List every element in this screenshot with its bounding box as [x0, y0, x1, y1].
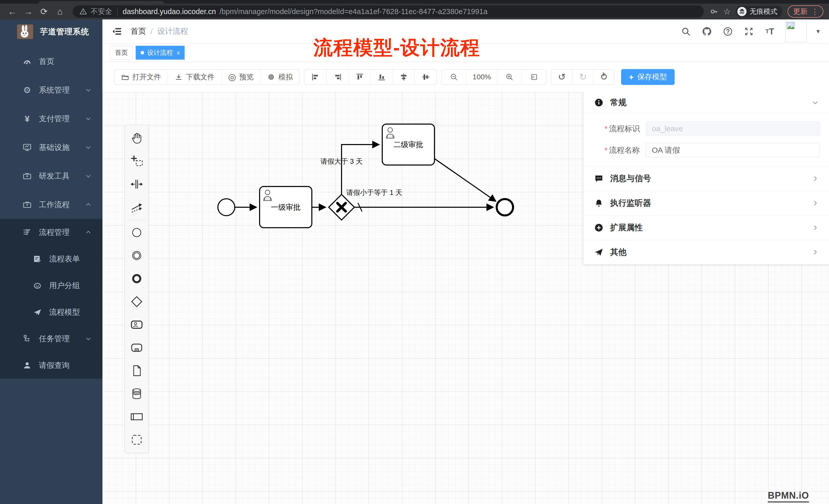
sidebar-item-process-model[interactable]: 流程模型 — [0, 299, 102, 325]
restart-button[interactable]: ⥁ — [593, 70, 614, 84]
sidebar-item-system[interactable]: ⚙ 系统管理 — [0, 76, 102, 104]
chevron-down-icon — [85, 144, 92, 151]
info-icon — [594, 98, 604, 107]
browser-tabstrip — [0, 0, 829, 4]
zoom-out-button[interactable] — [442, 70, 466, 84]
address-bar[interactable]: 不安全 dashboard.yudao.iocoder.cn /bpm/mana… — [73, 5, 704, 18]
browser-tab[interactable] — [38, 1, 164, 4]
incognito-label: 无痕模式 — [750, 7, 777, 16]
undo-button[interactable]: ↺ — [551, 70, 572, 84]
fullscreen-icon[interactable] — [743, 26, 755, 37]
flow-label-gt3[interactable]: 请假大于 3 天 — [320, 158, 363, 165]
browser-menu-icon[interactable]: ⋮ — [811, 7, 819, 16]
chevron-down-icon — [85, 173, 92, 179]
align-left-button[interactable] — [304, 70, 326, 84]
browser-back-icon[interactable]: ← — [6, 5, 19, 18]
tab-design-process[interactable]: 设计流程 x — [136, 46, 185, 60]
sequence-flow-task2-to-end[interactable] — [434, 159, 496, 201]
align-center-horizontal-button[interactable] — [393, 70, 414, 84]
incognito-badge: 无痕模式 — [736, 6, 783, 17]
yuan-icon: ¥ — [22, 114, 32, 124]
search-icon[interactable] — [680, 26, 691, 37]
avatar[interactable] — [785, 21, 807, 42]
sequence-flow-gateway-to-task2[interactable] — [341, 145, 379, 194]
bookmark-star-icon[interactable]: ☆ — [723, 7, 731, 16]
sidebar-collapse-icon[interactable] — [112, 26, 123, 37]
align-right-button[interactable] — [326, 70, 349, 84]
sidebar-item-process-form[interactable]: 流程表单 — [0, 245, 102, 272]
app-title: 芋道管理系统 — [40, 26, 89, 37]
open-file-button[interactable]: 打开文件 — [114, 70, 168, 84]
sidebar-item-dev-tools[interactable]: 研发工具 — [0, 162, 102, 190]
zoom-in-button[interactable] — [497, 70, 521, 84]
tab-home[interactable]: 首页 — [110, 46, 133, 60]
breadcrumb-home[interactable]: 首页 — [131, 26, 146, 37]
sidebar-item-process-management[interactable]: 流程管理 — [0, 219, 102, 245]
panel-section-general[interactable]: 常规 — [583, 92, 829, 113]
chevron-down-icon — [85, 115, 92, 122]
toolbox-icon — [22, 172, 32, 180]
process-key-input[interactable] — [646, 121, 820, 136]
briefcase-icon — [22, 200, 32, 209]
exclusive-gateway[interactable] — [329, 194, 354, 220]
url-host: dashboard.yudao.iocoder.cn — [123, 7, 216, 16]
sidebar-item-infrastructure[interactable]: 基础设施 — [0, 133, 102, 162]
start-event[interactable] — [218, 199, 235, 216]
app-logo-row[interactable]: 芋道管理系统 — [0, 20, 102, 44]
task1-label: 一级审批 — [271, 203, 300, 211]
org-tree-icon — [22, 335, 32, 343]
bpmn-io-watermark[interactable]: BPMN.iO — [768, 490, 809, 502]
user-task-second-approval[interactable]: 二级审批 — [382, 124, 434, 165]
sidebar-item-leave-query[interactable]: 请假查询 — [0, 352, 102, 379]
sidebar-menu: 首页 ⚙ 系统管理 ¥ 支付管理 基础设施 — [0, 44, 102, 379]
person-icon — [22, 361, 32, 370]
list-tree-icon — [22, 228, 32, 237]
chevron-down-icon — [85, 87, 92, 93]
process-name-input[interactable] — [646, 143, 820, 157]
simulate-button[interactable]: 模拟 — [260, 70, 299, 84]
sidebar-item-task-management[interactable]: 任务管理 — [0, 325, 102, 352]
user-task-first-approval[interactable]: 一级审批 — [260, 187, 312, 228]
browser-reload-icon[interactable]: ⟳ — [37, 5, 51, 18]
browser-update-button[interactable]: 更新 ⋮ — [788, 5, 823, 18]
chevron-down-icon — [85, 336, 92, 342]
not-secure-warning-icon — [79, 8, 87, 15]
password-key-icon[interactable] — [710, 7, 718, 15]
incognito-icon — [737, 7, 747, 16]
browser-home-icon[interactable]: ⌂ — [53, 5, 67, 18]
font-size-icon[interactable]: TT — [764, 26, 776, 37]
browser-forward-icon[interactable]: → — [22, 5, 35, 18]
tab-close-icon[interactable]: x — [177, 49, 180, 56]
sidebar-item-user-group[interactable]: 用户分组 — [0, 272, 102, 299]
panel-section-execution-listeners[interactable]: 执行监听器 — [583, 191, 829, 215]
help-icon[interactable] — [722, 26, 733, 37]
message-icon — [594, 174, 604, 183]
sidebar-item-payment[interactable]: ¥ 支付管理 — [0, 104, 102, 133]
chevron-down-icon — [812, 99, 819, 106]
preview-button[interactable]: ◎ 预览 — [221, 70, 260, 84]
panel-section-other[interactable]: 其他 — [583, 240, 829, 264]
bpmn-canvas[interactable]: 请假大于 3 天 请假小于等于 1 天 一级审批 — [102, 92, 829, 504]
process-name-label: *流程名称 — [593, 145, 646, 156]
align-bottom-button[interactable] — [370, 70, 393, 84]
align-top-button[interactable] — [349, 70, 370, 84]
save-model-button[interactable]: + 保存模型 — [621, 69, 675, 85]
monitor-icon — [22, 143, 32, 152]
avatar-caret-icon[interactable]: ▾ — [817, 27, 820, 35]
flow-label-le1[interactable]: 请假小于等于 1 天 — [346, 189, 402, 196]
panel-section-extended-properties[interactable]: 扩展属性 — [583, 215, 829, 240]
url-path: /bpm/manager/model/design?modelId=e4a1a1… — [219, 7, 488, 16]
sequence-flow-gateway-to-end-default[interactable] — [354, 203, 493, 211]
end-event[interactable] — [497, 199, 513, 216]
sidebar-item-home[interactable]: 首页 — [0, 47, 102, 76]
redo-button[interactable]: ↻ — [572, 70, 593, 84]
general-form: *流程标识 *流程名称 — [583, 113, 829, 166]
download-file-button[interactable]: 下载文件 — [168, 70, 221, 84]
not-secure-label: 不安全 — [91, 7, 112, 16]
panel-section-messages-signals[interactable]: 消息与信号 — [583, 166, 829, 191]
github-icon[interactable] — [701, 26, 713, 37]
align-center-vertical-button[interactable] — [414, 70, 436, 84]
zoom-reset-button[interactable] — [521, 70, 546, 84]
properties-panel: 常规 *流程标识 *流程名称 — [583, 92, 829, 265]
sidebar-item-workflow[interactable]: 工作流程 — [0, 190, 102, 219]
